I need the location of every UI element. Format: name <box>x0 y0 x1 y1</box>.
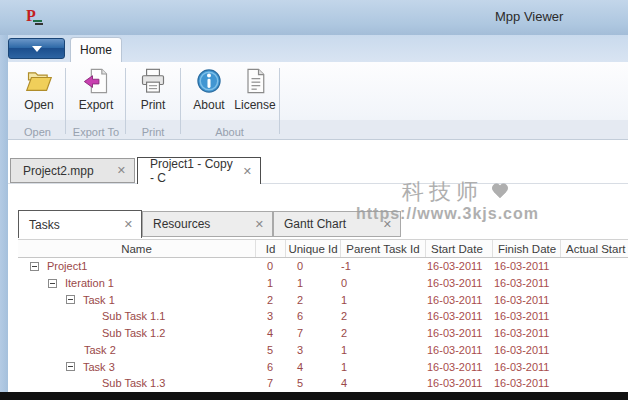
cell-finish-date: 16-03-2011 <box>492 375 560 392</box>
cell-id: 5 <box>255 342 285 359</box>
tasks-table: Name Id Unique Id Parent Task Id Start D… <box>18 239 628 392</box>
cell-actual-start-date <box>560 292 628 309</box>
cell-start-date: 16-03-2011 <box>425 325 492 342</box>
collapse-icon[interactable] <box>48 279 57 288</box>
cell-id: 0 <box>255 258 285 275</box>
close-icon[interactable]: ✕ <box>114 218 133 231</box>
cell-unique-id: 3 <box>285 342 340 359</box>
cell-parent-task-id: 4 <box>340 375 425 392</box>
cell-actual-start-date <box>560 375 628 392</box>
task-name: Task 1 <box>83 292 115 309</box>
table-row[interactable]: Iteration 111016-03-201116-03-2011 <box>18 275 628 292</box>
open-button-label: Open <box>24 98 53 112</box>
task-name: Sub Task 1.1 <box>102 308 165 325</box>
cell-unique-id: 5 <box>285 375 340 392</box>
ribbon-group-label: Export To <box>66 126 126 138</box>
close-icon[interactable]: ✕ <box>373 218 392 231</box>
view-tab-label: Tasks <box>29 218 60 232</box>
cell-actual-start-date <box>560 342 628 359</box>
export-icon <box>82 67 110 95</box>
cell-id: 1 <box>255 275 285 292</box>
col-id[interactable]: Id <box>255 240 285 257</box>
task-name: Task 2 <box>84 342 116 359</box>
print-button-label: Print <box>141 98 166 112</box>
ribbon-group-label: Print <box>126 126 180 138</box>
table-row[interactable]: Task 122116-03-201116-03-2011 <box>18 292 628 309</box>
doc-tab-project1-copy[interactable]: Project1 - Copy - C ✕ <box>137 157 261 184</box>
close-icon[interactable]: ✕ <box>233 165 252 178</box>
view-tab-label: Gantt Chart <box>284 217 346 231</box>
ribbon-group-about: About License About <box>181 62 278 140</box>
tab-gantt-chart[interactable]: Gantt Chart ✕ <box>273 211 401 237</box>
cell-actual-start-date <box>560 258 628 275</box>
table-body: Project100-116-03-201116-03-2011Iteratio… <box>18 258 628 392</box>
ribbon: Open Open Export Export To <box>8 62 628 140</box>
tab-tasks[interactable]: Tasks ✕ <box>18 210 142 238</box>
print-button[interactable]: Print <box>127 65 179 119</box>
cell-parent-task-id: 2 <box>340 308 425 325</box>
tab-home[interactable]: Home <box>70 37 122 62</box>
cell-actual-start-date <box>560 359 628 376</box>
info-icon <box>195 67 223 95</box>
col-finish-date[interactable]: Finish Date <box>492 240 560 257</box>
ribbon-group-export: Export Export To <box>66 62 126 140</box>
table-row[interactable]: Sub Task 1.247216-03-201116-03-2011 <box>18 325 628 342</box>
cell-start-date: 16-03-2011 <box>425 375 492 392</box>
doc-tab-project2[interactable]: Project2.mpp ✕ <box>10 158 135 183</box>
window-title: Mpp Viewer <box>495 9 563 24</box>
table-row[interactable]: Task 253116-03-201116-03-2011 <box>18 342 628 359</box>
cell-unique-id: 7 <box>285 325 340 342</box>
printer-icon <box>139 67 167 95</box>
document-tab-strip: Project2.mpp ✕ Project1 - Copy - C ✕ <box>8 155 628 184</box>
cell-start-date: 16-03-2011 <box>425 258 492 275</box>
cell-finish-date: 16-03-2011 <box>492 258 560 275</box>
window-frame-bottom <box>0 392 628 400</box>
ribbon-group-label: About <box>181 126 278 138</box>
app-menu-button[interactable] <box>8 38 65 59</box>
table-row[interactable]: Sub Task 1.375416-03-201116-03-2011 <box>18 375 628 392</box>
cell-parent-task-id: 2 <box>340 325 425 342</box>
cell-parent-task-id: 1 <box>340 292 425 309</box>
cell-parent-task-id: 0 <box>340 275 425 292</box>
cell-id: 7 <box>255 375 285 392</box>
col-unique-id[interactable]: Unique Id <box>285 240 340 257</box>
titlebar: P Mpp Viewer <box>0 0 628 35</box>
collapse-icon[interactable] <box>30 262 39 271</box>
close-icon[interactable]: ✕ <box>107 164 126 177</box>
col-start-date[interactable]: Start Date <box>425 240 492 257</box>
export-button[interactable]: Export <box>70 65 122 119</box>
view-tab-label: Resources <box>153 217 210 231</box>
table-row[interactable]: Task 364116-03-201116-03-2011 <box>18 359 628 376</box>
cell-id: 2 <box>255 292 285 309</box>
cell-finish-date: 16-03-2011 <box>492 308 560 325</box>
license-button[interactable]: License <box>231 65 279 119</box>
collapse-icon[interactable] <box>66 362 75 371</box>
table-row[interactable]: Sub Task 1.136216-03-201116-03-2011 <box>18 308 628 325</box>
cell-start-date: 16-03-2011 <box>425 292 492 309</box>
col-parent-task-id[interactable]: Parent Task Id <box>340 240 425 257</box>
col-actual-start-date[interactable]: Actual Start Date <box>560 240 628 257</box>
tab-resources[interactable]: Resources ✕ <box>142 211 273 237</box>
chevron-down-icon <box>32 46 42 52</box>
view-tab-strip: Tasks ✕ Resources ✕ Gantt Chart ✕ <box>18 210 628 238</box>
task-name: Project1 <box>47 258 87 275</box>
folder-open-icon <box>25 67 53 95</box>
ribbon-group-print: Print Print <box>126 62 180 140</box>
close-icon[interactable]: ✕ <box>245 218 264 231</box>
task-name: Iteration 1 <box>65 275 114 292</box>
collapse-icon[interactable] <box>66 295 75 304</box>
cell-start-date: 16-03-2011 <box>425 308 492 325</box>
about-button[interactable]: About <box>186 65 232 119</box>
cell-finish-date: 16-03-2011 <box>492 275 560 292</box>
open-button[interactable]: Open <box>13 65 65 119</box>
about-button-label: About <box>193 98 224 112</box>
cell-actual-start-date <box>560 275 628 292</box>
col-name[interactable]: Name <box>18 240 255 257</box>
cell-id: 4 <box>255 325 285 342</box>
task-name: Sub Task 1.3 <box>102 375 165 392</box>
table-header[interactable]: Name Id Unique Id Parent Task Id Start D… <box>18 239 628 258</box>
cell-parent-task-id: 1 <box>340 359 425 376</box>
cell-unique-id: 2 <box>285 292 340 309</box>
table-row[interactable]: Project100-116-03-201116-03-2011 <box>18 258 628 275</box>
cell-parent-task-id: -1 <box>340 258 425 275</box>
